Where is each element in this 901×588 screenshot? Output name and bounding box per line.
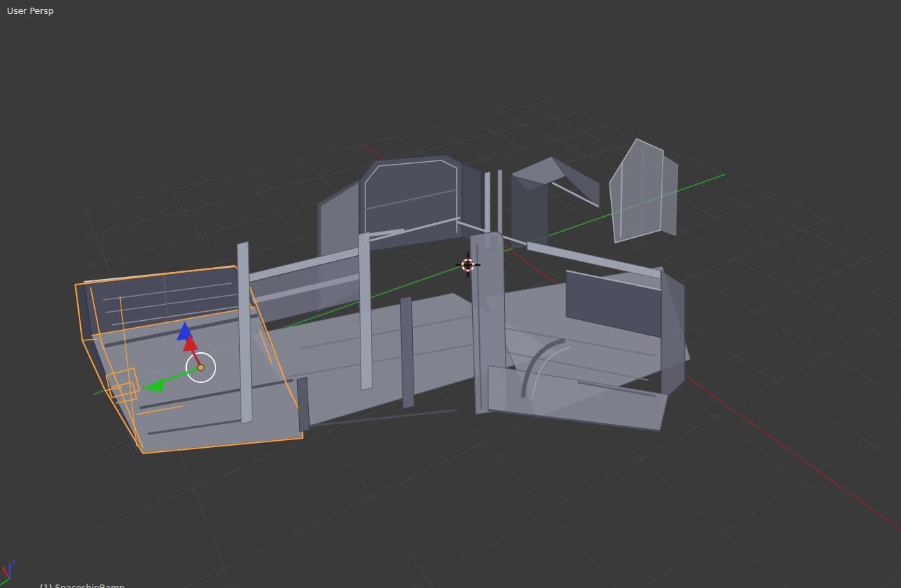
view-mode-label: User Persp (7, 6, 54, 16)
active-object-label: (1) SpaceshipRamp (40, 582, 125, 588)
tilted-door-panel-2[interactable] (661, 155, 678, 236)
mini-axis-x-label: x (1, 564, 6, 572)
mini-axis-z-label: z (12, 558, 15, 566)
room-right-wall[interactable] (661, 271, 685, 403)
viewport-canvas[interactable]: x z User Persp (1) SpaceshipRamp (0, 0, 901, 588)
gizmo-center-dot[interactable] (198, 365, 204, 371)
arch-post[interactable] (358, 232, 372, 391)
blender-3d-viewport[interactable]: x z User Persp (1) SpaceshipRamp (0, 0, 901, 588)
doorway-dark (511, 176, 548, 248)
doorway-gap (462, 163, 481, 246)
mid-post[interactable] (400, 296, 414, 409)
central-wall[interactable] (360, 155, 462, 252)
